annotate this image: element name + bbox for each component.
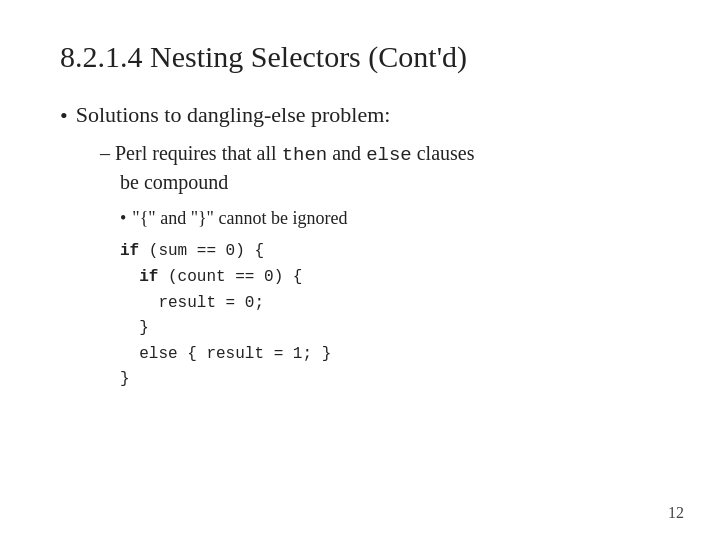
code-block: if (sum == 0) { if (count == 0) { result… [120, 239, 660, 393]
sub-dash-text: – Perl requires that all then and else c… [100, 139, 475, 169]
main-bullet-text: Solutions to dangling-else problem: [76, 102, 391, 128]
code-line-6: } [120, 367, 660, 393]
small-bullet: • "{​" and "}​" cannot be ignored [120, 206, 660, 231]
main-bullet: • Solutions to dangling-else problem: [60, 102, 660, 131]
sub-dash-line2: be compound [120, 168, 660, 196]
code-then: then [282, 144, 328, 166]
slide: 8.2.1.4 Nesting Selectors (Cont'd) • Sol… [0, 0, 720, 540]
bullet-dot: • [60, 102, 68, 131]
slide-title: 8.2.1.4 Nesting Selectors (Cont'd) [60, 40, 660, 74]
small-bullet-dot: • [120, 206, 126, 231]
code-line-2: if (count == 0) { [120, 265, 660, 291]
code-line-1: if (sum == 0) { [120, 239, 660, 265]
sub-dash-line1: – Perl requires that all then and else c… [100, 139, 660, 169]
code-line-3: result = 0; [120, 291, 660, 317]
code-else: else [366, 144, 412, 166]
nested-content: • "{​" and "}​" cannot be ignored if (su… [120, 206, 660, 393]
code-line-5: else { result = 1; } [120, 342, 660, 368]
page-number: 12 [668, 504, 684, 522]
small-bullet-text: "{​" and "}​" cannot be ignored [132, 206, 347, 231]
code-line-4: } [120, 316, 660, 342]
sub-dash-item: – Perl requires that all then and else c… [100, 139, 660, 197]
